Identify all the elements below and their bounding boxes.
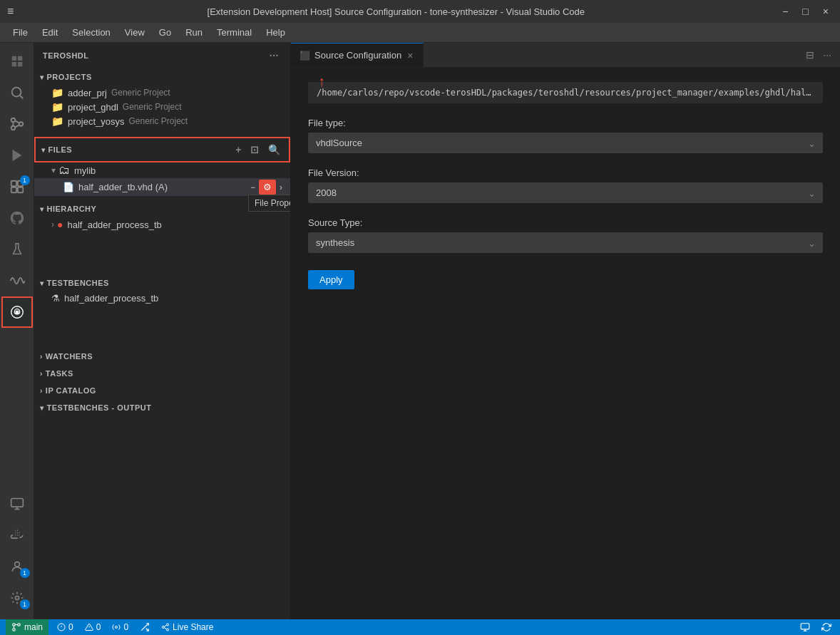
file-version-select[interactable]: 2008 1993 1987 — [308, 182, 823, 203]
files-section-header[interactable]: ▾ FILES + ⊡ 🔍 — [34, 137, 290, 162]
file-properties-button[interactable]: ⚙ — [259, 180, 276, 195]
branch-item[interactable]: main — [6, 619, 48, 635]
hierarchy-expand: › — [51, 220, 54, 229]
split-editor-button[interactable]: ⊟ — [803, 48, 817, 62]
main-layout: 1 1 1 — [0, 43, 840, 619]
file-minus-button[interactable]: − — [248, 182, 257, 193]
spacer2 — [34, 232, 290, 274]
project-type: Generic Project — [111, 88, 170, 98]
minimize-button[interactable]: − — [778, 4, 792, 19]
status-remote[interactable] — [797, 622, 813, 632]
svg-line-7 — [15, 125, 19, 127]
warnings-count: 0 — [96, 622, 101, 632]
sidebar-more-button[interactable]: ··· — [267, 48, 282, 63]
maximize-button[interactable]: □ — [798, 4, 812, 19]
svg-line-6 — [15, 120, 19, 123]
status-errors[interactable]: 0 — [54, 622, 76, 632]
svg-point-4 — [19, 122, 23, 126]
menu-help[interactable]: Help — [259, 24, 292, 41]
menu-view[interactable]: View — [118, 24, 152, 41]
activity-flask-icon[interactable] — [1, 234, 33, 265]
svg-point-33 — [167, 624, 169, 626]
file-icon: 📄 — [63, 182, 74, 192]
library-icon: 🗂 — [58, 164, 70, 177]
status-sync[interactable] — [819, 622, 834, 632]
more-actions-button[interactable]: ··· — [820, 48, 834, 62]
project-ghdl[interactable]: 📁 project_ghdl Generic Project — [34, 100, 290, 114]
settings-icon[interactable]: 1 — [1, 582, 33, 614]
activity-source-control-icon[interactable] — [1, 108, 33, 140]
activity-remote-icon[interactable] — [1, 488, 33, 520]
svg-rect-15 — [11, 499, 23, 507]
status-warnings[interactable]: 0 — [82, 622, 104, 632]
files-search-button[interactable]: 🔍 — [265, 143, 284, 157]
files-save-button[interactable]: ⊡ — [247, 143, 262, 157]
ip-catalog-chevron: › — [40, 387, 43, 395]
file-chevron-button[interactable]: › — [277, 182, 285, 193]
activity-extensions-icon[interactable]: 1 — [1, 171, 33, 202]
activity-custom-icon[interactable] — [1, 296, 33, 328]
tab-source-configuration[interactable]: ⬛ Source Configuration × — [291, 43, 424, 67]
watchers-section-header[interactable]: › WATCHERS — [34, 348, 290, 365]
testbenches-section-header[interactable]: ▾ TESTBENCHES — [34, 274, 290, 291]
tasks-chevron: › — [40, 370, 43, 378]
activity-explorer-icon[interactable] — [1, 46, 33, 77]
svg-point-34 — [163, 626, 165, 629]
sidebar-content: ▾ PROJECTS 📁 adder_prj Generic Project 📁… — [34, 68, 290, 619]
apply-button[interactable]: Apply — [308, 270, 354, 289]
status-live-share[interactable]: Live Share — [158, 622, 216, 632]
status-left: main 0 0 0 Live Share — [6, 619, 216, 635]
svg-point-18 — [14, 562, 19, 567]
svg-line-36 — [164, 628, 166, 629]
menu-go[interactable]: Go — [152, 24, 178, 41]
testbench-item[interactable]: ⚗ half_adder_process_tb — [34, 291, 290, 305]
titlebar: ≡ [Extension Development Host] Source Co… — [0, 0, 840, 23]
activity-search-icon[interactable] — [1, 77, 33, 108]
mylib-name: mylib — [74, 165, 96, 176]
testbenches-chevron: ▾ — [40, 279, 44, 287]
svg-rect-11 — [11, 187, 16, 192]
menu-run[interactable]: Run — [178, 24, 210, 41]
svg-point-3 — [11, 126, 15, 130]
testbenches-output-label: TESTBENCHES - OUTPUT — [47, 403, 152, 412]
spacer — [34, 128, 290, 137]
project-adder-prj[interactable]: 📁 adder_prj Generic Project — [34, 86, 290, 100]
menu-edit[interactable]: Edit — [35, 24, 65, 41]
project-type: Generic Project — [128, 116, 188, 126]
activity-docker-icon[interactable] — [1, 520, 33, 551]
ip-catalog-section-header[interactable]: › IP CATALOG — [34, 382, 290, 399]
menu-file[interactable]: File — [6, 24, 35, 41]
projects-section-header[interactable]: ▾ PROJECTS — [34, 68, 290, 86]
tasks-section-header[interactable]: › TASKS — [34, 365, 290, 382]
sidebar-header: TEROSHDL ··· — [34, 43, 290, 68]
activity-wave-icon[interactable] — [1, 265, 33, 296]
hierarchy-item[interactable]: › ● half_adder_process_tb — [34, 217, 290, 232]
status-format[interactable] — [137, 622, 153, 632]
source-type-select[interactable]: synthesis simulation — [308, 232, 823, 253]
file-type-select[interactable]: vhdlSource verilogSource systemVerilogSo… — [308, 133, 823, 153]
account-icon[interactable]: 1 — [1, 551, 33, 582]
folder-icon: 📁 — [51, 101, 63, 113]
status-right — [797, 622, 834, 632]
project-yosys[interactable]: 📁 project_yosys Generic Project — [34, 114, 290, 128]
menu-terminal[interactable]: Terminal — [210, 24, 259, 41]
files-add-button[interactable]: + — [232, 143, 245, 157]
svg-rect-38 — [801, 624, 809, 629]
testbenches-output-section-header[interactable]: ▾ TESTBENCHES - OUTPUT — [34, 399, 290, 416]
hierarchy-section-header[interactable]: ▾ HIERARCHY — [34, 200, 290, 217]
branch-icon — [11, 622, 21, 632]
activity-github-icon[interactable] — [1, 202, 33, 234]
activity-bottom: 1 1 — [1, 488, 33, 619]
half-adder-tb-item[interactable]: 📄 half_adder_tb.vhd (A) − ⚙ › — [34, 178, 290, 196]
status-info[interactable]: 0 — [109, 622, 131, 632]
menu-icon[interactable]: ≡ — [7, 5, 14, 18]
project-name: project_yosys — [68, 116, 124, 127]
close-button[interactable]: × — [819, 4, 833, 19]
file-version-group: File Version: 2008 1993 1987 — [308, 167, 823, 203]
activity-debug-icon[interactable] — [1, 140, 33, 171]
menu-selection[interactable]: Selection — [65, 24, 117, 41]
tab-close-button[interactable]: × — [406, 50, 414, 61]
mylib-item[interactable]: ▾ 🗂 mylib — [34, 162, 290, 178]
titlebar-title: [Extension Development Host] Source Conf… — [14, 6, 778, 17]
file-path-bar: /home/carlos/repo/vscode-terosHDL/packag… — [308, 82, 823, 103]
